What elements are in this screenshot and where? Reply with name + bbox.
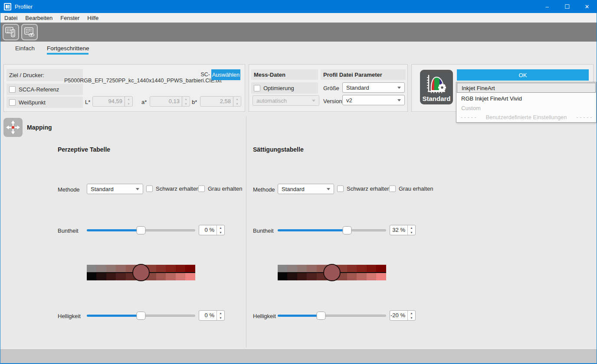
chevron-down-icon	[327, 188, 330, 190]
spin-down-icon[interactable]: ▼	[408, 315, 415, 320]
tab-fortgeschrittene[interactable]: Fortgeschrittene	[47, 43, 89, 54]
L-spin-down-icon[interactable]: ▼	[125, 101, 132, 106]
scca-checkbox-row[interactable]: SCCA-Referenz	[9, 86, 59, 93]
scca-checkbox[interactable]	[9, 86, 16, 93]
L-label: L*	[85, 99, 90, 105]
perceptual-method-dropdown[interactable]: Standard	[87, 184, 143, 194]
menu-fenster[interactable]: Fenster	[56, 15, 83, 21]
slider-thumb[interactable]	[343, 226, 352, 234]
b-spin-down-icon[interactable]: ▼	[233, 101, 241, 106]
saturation-table-title: Sättigungstabelle	[253, 146, 304, 153]
saturation-lightness-value: -20 %	[390, 311, 407, 320]
spin-down-icon[interactable]: ▼	[217, 315, 224, 320]
menu-bearbeiten[interactable]: Bearbeiten	[21, 15, 56, 21]
view-chart-button[interactable]	[21, 24, 38, 40]
slider-fill	[278, 315, 321, 317]
L-spin-up-icon[interactable]: ▲	[125, 97, 132, 101]
option-inkjet-fineart[interactable]: Inkjet FineArt	[457, 83, 596, 93]
version-value: v2	[346, 97, 352, 104]
saturation-lightness-slider[interactable]	[278, 311, 386, 320]
saturation-preserve-gray-checkbox[interactable]	[389, 185, 396, 192]
perceptual-chroma-spinbox[interactable]: 0 % ▲▼	[199, 225, 225, 235]
perceptual-preserve-gray-row[interactable]: Grau erhalten	[198, 185, 243, 192]
size-dropdown[interactable]: Standard	[342, 82, 405, 93]
spin-down-icon[interactable]: ▼	[408, 230, 415, 235]
preserve-gray-label: Grau erhalten	[399, 185, 433, 192]
measure-mode-value: automatisch	[256, 98, 287, 104]
option-separator: - - - - - Benutzerdefinierte Einstellung…	[457, 112, 596, 122]
whitepoint-checkbox-row[interactable]: Weißpunkt	[9, 99, 46, 106]
slider-thumb[interactable]	[317, 312, 326, 320]
b-label: b*	[192, 99, 197, 105]
preset-standard-button[interactable]: Standard	[420, 70, 453, 104]
menu-hilfe[interactable]: Hilfe	[83, 15, 102, 21]
version-label: Version	[323, 98, 342, 104]
a-spin-down-icon[interactable]: ▼	[182, 101, 190, 106]
saturation-preserve-gray-row[interactable]: Grau erhalten	[389, 185, 433, 192]
option-rgb-inkjet-fineart-vivid[interactable]: RGB Inkjet FineArt Vivid	[457, 94, 596, 104]
toolbar	[0, 23, 597, 42]
spin-down-icon[interactable]: ▼	[217, 230, 224, 235]
mapping-button[interactable]	[3, 118, 23, 137]
preserve-gray-label: Grau erhalten	[208, 185, 243, 192]
b-spin-up-icon[interactable]: ▲	[233, 97, 241, 101]
saturation-method-value: Standard	[282, 186, 305, 192]
saturation-preserve-black-row[interactable]: Schwarz erhalten	[337, 185, 390, 192]
target-filename: SC-P5000RGB_EFI_7250PP_kc_1440x1440_PPWS…	[64, 72, 210, 84]
whitepoint-row-box: Weißpunkt	[7, 97, 83, 108]
whitepoint-checkbox[interactable]	[9, 99, 16, 106]
perceptual-chroma-slider[interactable]	[87, 226, 195, 234]
a-spin-up-icon[interactable]: ▲	[182, 97, 190, 101]
slider-thumb[interactable]	[137, 226, 146, 234]
saturation-method-dropdown[interactable]: Standard	[278, 184, 334, 194]
menu-datei[interactable]: Datei	[0, 15, 21, 21]
version-dropdown[interactable]: v2	[342, 95, 405, 105]
measure-mode-dropdown: automatisch	[253, 95, 319, 106]
L-spinbox[interactable]: 94,59 ▲▼	[92, 96, 133, 107]
b-spinbox[interactable]: 2,58 ▲▼	[200, 96, 241, 107]
window-title: Profiler	[15, 3, 33, 10]
preset-options-popup: Inkjet FineArt RGB Inkjet FineArt Vivid …	[456, 82, 597, 123]
option-custom: Custom	[457, 103, 596, 113]
chroma-label: Buntheit	[253, 228, 274, 234]
profile-heading-box: Profil Datei Parameter	[321, 69, 406, 80]
perceptual-method-value: Standard	[91, 186, 114, 192]
saturation-gradient-control[interactable]	[278, 265, 386, 280]
spin-up-icon[interactable]: ▲	[408, 311, 415, 315]
size-label: Größe	[323, 85, 339, 91]
spin-up-icon[interactable]: ▲	[408, 225, 415, 230]
saturation-chroma-spinbox[interactable]: 32 % ▲▼	[390, 225, 416, 235]
slider-thumb[interactable]	[137, 312, 146, 320]
perceptual-preserve-black-row[interactable]: Schwarz erhalten	[146, 185, 199, 192]
column-divider	[246, 116, 246, 348]
saturation-lightness-spinbox[interactable]: -20 % ▲▼	[390, 310, 416, 321]
move-arrows-icon	[6, 120, 20, 135]
gradient-knob[interactable]	[323, 264, 341, 281]
perceptual-preserve-gray-checkbox[interactable]	[198, 185, 205, 192]
minimize-button[interactable]: –	[537, 0, 557, 13]
gradient-knob[interactable]	[132, 264, 150, 281]
measure-chart-button[interactable]	[3, 24, 19, 40]
perceptual-lightness-slider[interactable]	[87, 311, 195, 320]
window-border-left	[0, 13, 0, 364]
perceptual-lightness-value: 0 %	[199, 311, 216, 320]
saturation-chroma-slider[interactable]	[278, 226, 386, 234]
optimization-checkbox[interactable]	[254, 85, 260, 91]
b-value: 2,58	[200, 97, 233, 106]
spin-up-icon[interactable]: ▲	[217, 225, 224, 230]
close-button[interactable]: ✕	[577, 0, 597, 13]
chroma-label: Buntheit	[58, 228, 79, 234]
ok-button[interactable]: OK	[457, 69, 589, 81]
optimization-checkbox-row[interactable]: Optimierung	[254, 85, 294, 91]
select-target-button[interactable]: Auswählen	[211, 69, 240, 80]
perceptual-lightness-spinbox[interactable]: 0 % ▲▼	[199, 310, 225, 321]
tab-einfach[interactable]: Einfach	[15, 43, 35, 54]
measure-heading: Mess-Daten	[254, 72, 285, 78]
profile-params-heading: Profil Datei Parameter	[323, 72, 382, 78]
saturation-preserve-black-checkbox[interactable]	[337, 185, 344, 192]
perceptual-preserve-black-checkbox[interactable]	[146, 185, 153, 192]
maximize-button[interactable]: ☐	[557, 0, 577, 13]
spin-up-icon[interactable]: ▲	[217, 311, 224, 315]
a-spinbox[interactable]: 0,13 ▲▼	[150, 96, 190, 107]
perceptual-gradient-control[interactable]	[87, 265, 195, 280]
